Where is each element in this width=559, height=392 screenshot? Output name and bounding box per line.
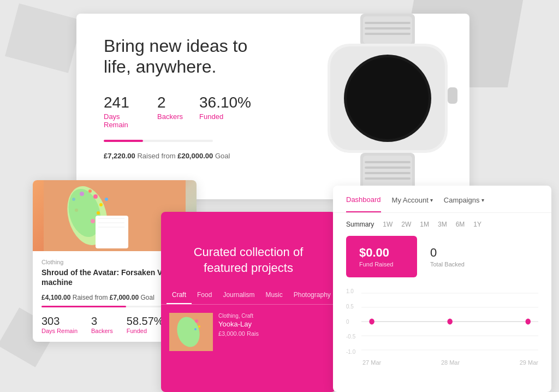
svg-point-26 [80, 192, 84, 196]
svg-point-8 [347, 57, 429, 139]
stat-backers: 2 Backers [157, 94, 183, 129]
svg-point-40 [194, 328, 197, 330]
stat-days: 241 Days Remain [104, 94, 141, 129]
goal-amount: £20,000.00 [177, 152, 213, 160]
time-tab-2w[interactable]: 2W [401, 221, 411, 228]
product-raised-amount: £4,100.00 [41, 294, 70, 301]
collection-title: Curated collection of featured projects [177, 245, 319, 276]
time-tab-1y[interactable]: 1Y [473, 221, 481, 228]
time-tab-1w[interactable]: 1W [383, 221, 393, 228]
svg-rect-9 [448, 87, 457, 104]
collection-item-name: Yooka-Lay [218, 320, 328, 328]
svg-point-23 [99, 203, 103, 206]
collection-card: Curated collection of featured projects … [161, 212, 336, 392]
chart-label-27mar: 27 Mar [362, 359, 381, 366]
nav-campaigns-arrow: ▾ [481, 197, 484, 203]
raised-from-label: Raised from [137, 152, 175, 160]
product-backers-num: 3 [91, 315, 113, 328]
backers-num: 2 [157, 94, 183, 111]
svg-point-25 [88, 189, 92, 193]
funded-num: 36.10% [199, 94, 251, 111]
chart-svg [361, 286, 538, 357]
time-tab-3m[interactable]: 3M [438, 221, 447, 228]
stat-funded: 36.10% Funded [199, 94, 251, 129]
product-stat-funded: 58.57% Funded [127, 315, 164, 334]
campaign-progress-fill [104, 140, 143, 142]
nav-dashboard[interactable]: Dashboard [346, 195, 381, 212]
watch-image-area [273, 14, 469, 199]
svg-rect-13 [365, 167, 411, 169]
time-tab-summary[interactable]: Summary [346, 221, 374, 228]
fund-raised-amount: $0.00 [359, 246, 404, 260]
svg-point-22 [93, 194, 98, 199]
total-backed-stat: 0 Total Backed [417, 236, 478, 277]
dashboard-nav: Dashboard My Account ▾ Campaigns ▾ [333, 186, 551, 213]
svg-rect-12 [365, 161, 411, 163]
total-backed-label: Total Backed [430, 261, 465, 268]
product-funded-num: 58.57% [127, 315, 164, 328]
svg-point-24 [105, 198, 108, 201]
watch-card-content: Bring new ideas to life, anywhere. 241 D… [76, 14, 273, 199]
nav-account-label: My Account [392, 196, 429, 204]
svg-rect-2 [365, 22, 411, 24]
collection-item-category: Clothing, Craft [218, 313, 328, 319]
collection-header: Curated collection of featured projects [161, 212, 336, 287]
collection-item-raised: £3,000.00 Rais [218, 330, 328, 337]
svg-point-47 [447, 319, 453, 325]
product-days-label: Days Remain [41, 328, 78, 334]
backers-label: Backers [157, 112, 183, 121]
nav-campaigns-label: Campaigns [444, 196, 480, 204]
collection-item-image [169, 313, 213, 351]
dashboard-stats: $0.00 Fund Raised 0 Total Backed [333, 236, 551, 286]
campaign-stats: 241 Days Remain 2 Backers 36.10% Funded [104, 94, 251, 129]
dashboard-time-tabs: Summary 1W 2W 1M 3M 6M 1Y [333, 213, 551, 236]
svg-point-39 [198, 325, 200, 328]
svg-point-30 [75, 209, 78, 212]
chart-x-labels: 27 Mar 28 Mar 29 Mar [346, 357, 538, 368]
svg-point-27 [72, 198, 75, 201]
product-goal-amount: £7,000.00 [110, 294, 139, 301]
svg-rect-15 [365, 177, 411, 180]
nav-account-arrow: ▾ [430, 197, 433, 203]
goal-label: Goal [215, 152, 230, 160]
product-stat-days: 303 Days Remain [41, 315, 78, 334]
nav-my-account[interactable]: My Account ▾ [392, 196, 433, 212]
tab-food[interactable]: Food [192, 287, 217, 304]
fund-raised-stat: $0.00 Fund Raised [346, 236, 417, 277]
svg-point-28 [97, 211, 100, 215]
collection-content: Clothing, Craft Yooka-Lay £3,000.00 Rais [161, 305, 336, 359]
watch-svg [273, 14, 469, 199]
chart-label-28mar: 28 Mar [441, 359, 460, 366]
fund-raised-label: Fund Raised [359, 261, 404, 268]
time-tab-6m[interactable]: 6M [456, 221, 465, 228]
dashboard-card: Dashboard My Account ▾ Campaigns ▾ Summa… [333, 186, 551, 392]
svg-rect-32 [96, 216, 128, 248]
chart-area: 1.0 0.5 0 -0.5 -1.0 2 [333, 286, 551, 373]
time-tab-1m[interactable]: 1M [420, 221, 429, 228]
bg-decoration-2 [5, 3, 82, 73]
svg-point-46 [369, 319, 374, 325]
total-backed-amount: 0 [430, 246, 465, 260]
product-funded-label: Funded [127, 328, 164, 334]
tab-journalism[interactable]: Journalism [217, 287, 260, 304]
svg-point-29 [91, 219, 95, 223]
chart-label-29mar: 29 Mar [520, 359, 538, 366]
svg-point-38 [195, 319, 198, 323]
product-goal-label: Goal [141, 294, 154, 301]
chart-y-label-bottom: -1.0 [346, 349, 361, 355]
tab-music[interactable]: Music [260, 287, 288, 304]
campaign-progress-bar [104, 140, 213, 142]
product-backers-label: Backers [91, 328, 113, 334]
product-progress-fill [41, 306, 126, 307]
nav-campaigns[interactable]: Campaigns ▾ [444, 196, 484, 212]
tab-craft[interactable]: Craft [166, 287, 192, 304]
svg-point-48 [525, 319, 531, 325]
svg-rect-3 [365, 27, 411, 29]
collection-item-info: Clothing, Craft Yooka-Lay £3,000.00 Rais [218, 313, 328, 351]
chart-y-label-mid: 0 [346, 319, 361, 325]
nav-dashboard-label: Dashboard [346, 195, 381, 204]
svg-rect-14 [365, 172, 411, 174]
tab-photography[interactable]: Photography [288, 287, 336, 304]
collection-tabs: Craft Food Journalism Music Photography … [161, 287, 336, 305]
campaign-title: Bring new ideas to life, anywhere. [104, 35, 251, 78]
